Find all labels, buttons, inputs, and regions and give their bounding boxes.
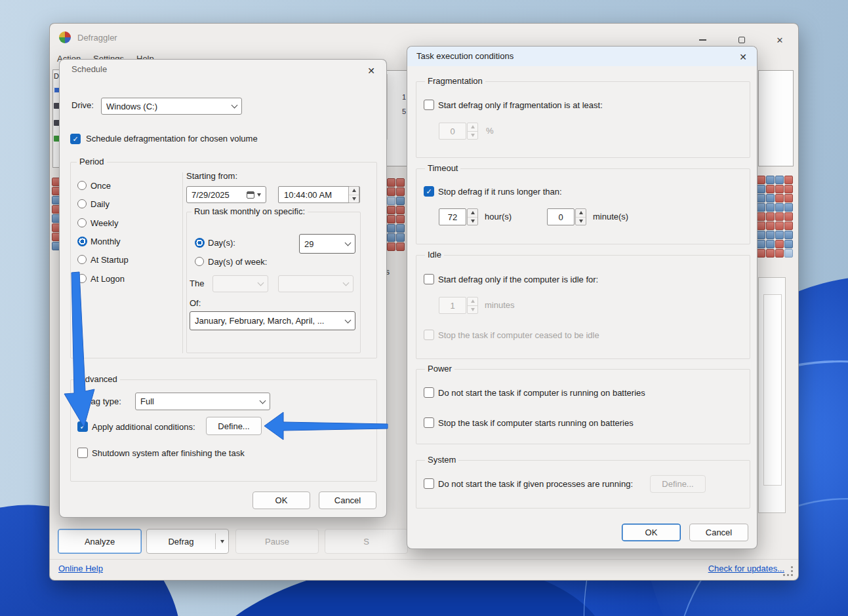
drive-map-block: [784, 240, 793, 248]
schedule-ok-button[interactable]: OK: [252, 491, 310, 509]
radio-at-logon[interactable]: [77, 274, 87, 283]
radio-weekly[interactable]: [77, 218, 87, 227]
stop-button[interactable]: S: [325, 529, 408, 554]
processes-checkbox[interactable]: [424, 478, 434, 489]
timeout-hours-spinner[interactable]: [467, 208, 478, 225]
idle-minutes-unit-label: minutes: [485, 300, 515, 311]
drive-map-block: [784, 185, 793, 193]
spin-up-icon: [471, 125, 475, 128]
define-conditions-button[interactable]: Define...: [206, 417, 262, 435]
drive-map-block: [396, 242, 405, 251]
drive-list-panel-fragment: [758, 70, 794, 166]
analyze-button[interactable]: Analyze: [58, 529, 142, 554]
shutdown-checkbox[interactable]: [77, 448, 88, 458]
idle-start-checkbox-label: Start defrag only if the computer is idl…: [438, 275, 598, 285]
drive-map-block: [766, 185, 775, 193]
timeout-minutes-input[interactable]: 0: [547, 208, 575, 225]
drive-list-value-fragment: 1: [386, 93, 406, 101]
schedule-titlebar[interactable]: Schedule ✕: [60, 60, 386, 79]
chevron-down-icon: [232, 102, 238, 109]
define-processes-button[interactable]: Define...: [650, 475, 706, 493]
weekday-select[interactable]: [278, 275, 353, 292]
idle-stop-checkbox[interactable]: [424, 330, 434, 340]
idle-start-checkbox[interactable]: [424, 274, 434, 284]
timeout-hours-input[interactable]: 72: [439, 208, 466, 225]
radio-once-label: Once: [91, 181, 111, 191]
task-dialog-titlebar[interactable]: Task execution conditions ✕: [407, 47, 757, 66]
idle-spinner[interactable]: [467, 297, 478, 314]
radio-days[interactable]: [195, 238, 205, 248]
task-close-button[interactable]: ✕: [735, 48, 752, 66]
drive-map-block: [784, 221, 793, 230]
spin-down-icon: [471, 308, 475, 311]
close-icon: ✕: [739, 52, 747, 62]
desktop-wallpaper: Defraggler ✕ Action Settings Help D 1: [0, 0, 848, 616]
defrag-button-label[interactable]: Defrag: [147, 529, 215, 553]
timeout-minutes-value: 0: [558, 212, 563, 222]
timeout-legend: Timeout: [425, 163, 460, 173]
months-select[interactable]: January, February, March, April, ...: [190, 311, 355, 330]
idle-minutes-input[interactable]: 1: [439, 297, 466, 314]
radio-daily[interactable]: [77, 199, 87, 208]
drive-map-block: [396, 206, 405, 214]
timeout-hours-value: 72: [448, 212, 457, 222]
timeout-checkbox[interactable]: [424, 186, 434, 197]
hours-unit-label: hour(s): [485, 212, 512, 222]
shutdown-label: Shutdown system after finishing the task: [92, 448, 245, 459]
statusbar-divider: [50, 559, 798, 560]
week-ordinal-select[interactable]: [212, 275, 268, 292]
defrag-type-value: Full: [140, 396, 154, 406]
spin-down-icon: [471, 220, 475, 223]
start-date-field[interactable]: 7/29/2025: [186, 186, 266, 203]
spin-up-icon: [471, 211, 475, 214]
months-select-value: January, February, March, April, ...: [195, 316, 324, 326]
defrag-type-select[interactable]: Full: [135, 393, 270, 410]
online-help-link[interactable]: Online Help: [58, 564, 103, 573]
radio-at-startup-label: At Startup: [91, 255, 129, 265]
schedule-cancel-button[interactable]: Cancel: [319, 491, 376, 509]
drive-map-right: [757, 176, 793, 258]
drive-map-block: [387, 224, 395, 233]
days-select[interactable]: 29: [299, 234, 355, 254]
pause-button[interactable]: Pause: [235, 529, 319, 554]
drive-map-block: [757, 231, 765, 239]
task-ok-button[interactable]: OK: [622, 524, 681, 541]
defrag-split-button[interactable]: Defrag: [146, 529, 229, 554]
date-dropdown-arrow-icon: [257, 193, 261, 197]
schedule-defrag-label: Schedule defragmentation for chosen volu…: [86, 134, 258, 144]
radio-once[interactable]: [77, 181, 87, 190]
fragmentation-spinner[interactable]: [467, 123, 478, 140]
check-updates-link[interactable]: Check for updates...: [653, 564, 784, 573]
timeout-minutes-spinner[interactable]: [575, 208, 586, 225]
battery-start-checkbox[interactable]: [424, 387, 434, 398]
battery-stop-checkbox[interactable]: [424, 417, 434, 428]
close-button[interactable]: ✕: [767, 31, 793, 48]
fragmentation-checkbox[interactable]: [424, 100, 434, 110]
schedule-defrag-checkbox[interactable]: [70, 134, 81, 144]
drive-map-block: [757, 221, 765, 230]
drive-map-block: [775, 212, 784, 221]
starting-from-label: Starting from:: [186, 171, 237, 182]
task-cancel-button[interactable]: Cancel: [689, 524, 748, 541]
radio-at-startup[interactable]: [77, 255, 87, 264]
drive-select[interactable]: Windows (C:): [101, 98, 242, 115]
chevron-down-icon: [345, 317, 352, 323]
chevron-down-icon: [343, 280, 350, 286]
chevron-down-icon: [220, 540, 224, 543]
idle-legend: Idle: [425, 250, 444, 260]
apply-conditions-checkbox[interactable]: [77, 421, 88, 432]
defrag-dropdown-arrow[interactable]: [216, 529, 228, 553]
drive-list-value-fragment: 5: [386, 107, 406, 115]
chevron-down-icon: [258, 280, 264, 286]
schedule-dialog: Schedule ✕ Drive: Windows (C:) Schedule …: [59, 59, 387, 518]
drive-map-block: [387, 233, 395, 242]
radio-monthly[interactable]: [77, 237, 87, 246]
schedule-close-button[interactable]: ✕: [363, 62, 380, 79]
drive-map-block: [757, 212, 765, 221]
fragmentation-value-input[interactable]: 0: [439, 123, 466, 140]
radio-days-label: Day(s):: [208, 238, 235, 248]
advanced-group-legend: Advanced: [77, 374, 120, 384]
apply-conditions-label: Apply additional conditions:: [92, 422, 195, 433]
radio-days-of-week[interactable]: [195, 257, 204, 266]
time-spinner[interactable]: [348, 186, 359, 203]
